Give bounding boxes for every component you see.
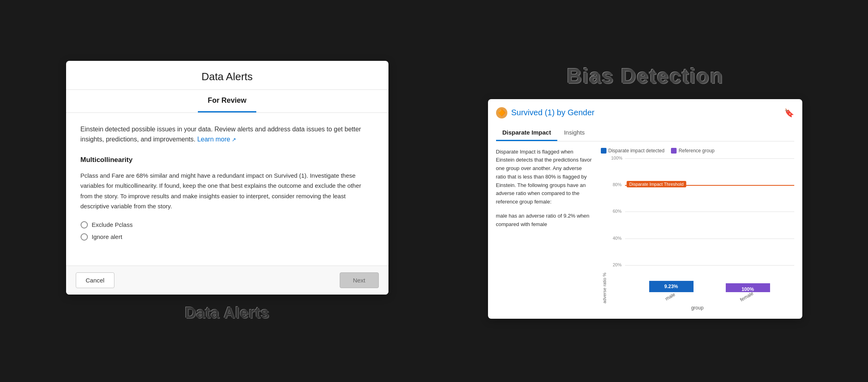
threshold-line: Disparate Impact Threshold <box>625 185 794 186</box>
cancel-button[interactable]: Cancel <box>76 272 115 288</box>
modal-title: Data Alerts <box>74 71 380 83</box>
bias-description: Disparate Impact is flagged when Einstei… <box>496 148 593 311</box>
radio-label-exclude: Exclude Pclass <box>92 221 133 228</box>
grid-area: 100% 80% 60% 40% <box>625 158 794 292</box>
male-bar-group: 9.23% <box>649 281 694 292</box>
legend-label-reference: Reference group <box>679 148 714 154</box>
next-button[interactable]: Next <box>340 272 379 288</box>
learn-more-link[interactable]: Learn more <box>197 136 236 143</box>
tab-insights[interactable]: Insights <box>557 125 591 141</box>
section-title: Multicollinearity <box>81 156 374 164</box>
modal-tabs: For Review <box>66 90 388 113</box>
bias-detection-card: 🔶 Survived (1) by Gender 🔖 Disparate Imp… <box>488 99 802 319</box>
x-label-female: female <box>739 290 754 302</box>
section-body: Pclass and Fare are 68% similar and migh… <box>81 170 374 212</box>
bias-card-title: Survived (1) by Gender <box>511 108 595 117</box>
x-label-male: male <box>664 291 676 301</box>
radio-ignore-alert[interactable]: Ignore alert <box>81 233 374 241</box>
bias-card-header: 🔶 Survived (1) by Gender 🔖 <box>496 107 794 118</box>
legend-label-disparate: Disparate impact detected <box>608 148 664 154</box>
bars-area: 9.23% 100% <box>625 158 794 292</box>
bias-detection-title: Bias Detection <box>567 64 723 88</box>
chart-plot: 100% 80% 60% 40% <box>610 158 794 303</box>
legend-item-reference: Reference group <box>671 148 714 154</box>
x-axis-title: group <box>601 305 794 311</box>
male-bar-label: 9.23% <box>664 284 678 289</box>
bias-content: Disparate Impact is flagged when Einstei… <box>496 148 794 311</box>
tab-disparate-impact[interactable]: Disparate Impact <box>496 125 558 141</box>
female-bar-group: 100% <box>726 283 770 292</box>
modal-footer: Cancel Next <box>66 266 388 295</box>
bias-desc-text: Disparate Impact is flagged when Einstei… <box>496 148 593 207</box>
bias-tabs: Disparate Impact Insights <box>496 125 794 141</box>
threshold-label: Disparate Impact Threshold <box>627 181 687 187</box>
einstein-icon: 🔶 <box>496 107 507 118</box>
y-axis-label: adverse ratio % <box>601 158 608 303</box>
legend-swatch-disparate <box>601 148 606 154</box>
bias-chart-area: Disparate impact detected Reference grou… <box>601 148 794 311</box>
bias-detection-section: Bias Detection 🔶 Survived (1) by Gender … <box>488 64 802 319</box>
bias-title-prefix: Survived (1) by <box>511 108 566 117</box>
x-labels: male female <box>625 294 794 299</box>
legend-swatch-reference <box>671 148 677 154</box>
radio-circle-exclude <box>81 221 88 228</box>
radio-group: Exclude Pclass Ignore alert <box>81 221 374 241</box>
female-bar: 100% <box>726 283 770 292</box>
male-bar: 9.23% <box>649 281 694 292</box>
adverse-note: male has an adverse ratio of 9.2% when c… <box>496 212 593 229</box>
bookmark-icon[interactable]: 🔖 <box>784 108 794 118</box>
legend-item-disparate: Disparate impact detected <box>601 148 664 154</box>
female-bar-label: 100% <box>741 283 754 292</box>
data-alerts-modal: Data Alerts For Review Einstein detected… <box>66 61 388 295</box>
bias-title-highlight: Gender <box>568 108 595 117</box>
modal-description: Einstein detected possible issues in you… <box>81 124 374 145</box>
chart-legend: Disparate impact detected Reference grou… <box>601 148 794 154</box>
radio-exclude-pclass[interactable]: Exclude Pclass <box>81 221 374 228</box>
bias-header-left: 🔶 Survived (1) by Gender <box>496 107 595 118</box>
tab-for-review[interactable]: For Review <box>198 90 256 112</box>
data-alerts-bottom-label: Data Alerts <box>185 304 269 322</box>
chart-container: adverse ratio % 100% 80% <box>601 158 794 303</box>
radio-label-ignore: Ignore alert <box>92 233 123 240</box>
modal-body: Einstein detected possible issues in you… <box>66 113 388 266</box>
radio-circle-ignore <box>81 233 88 241</box>
modal-title-bar: Data Alerts <box>66 61 388 90</box>
